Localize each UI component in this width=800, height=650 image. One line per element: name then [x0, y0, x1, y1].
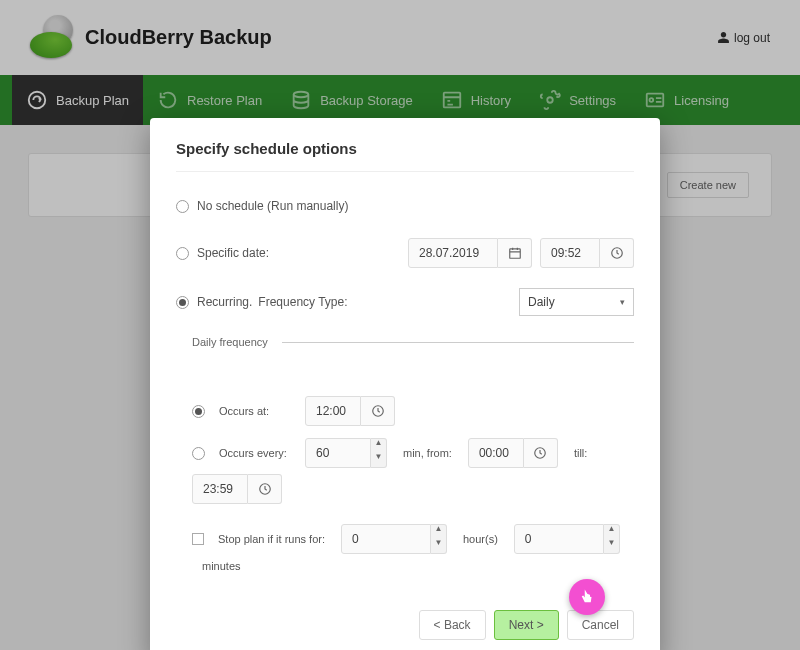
- min-from-label: min, from:: [393, 447, 462, 459]
- schedule-modal: Specify schedule options No schedule (Ru…: [150, 118, 660, 650]
- frequency-type-select[interactable]: Daily ▾: [519, 288, 634, 316]
- radio-occurs-at[interactable]: [192, 405, 205, 418]
- modal-title: Specify schedule options: [176, 140, 634, 172]
- clock-icon[interactable]: [248, 474, 282, 504]
- clock-icon[interactable]: [600, 238, 634, 268]
- daily-frequency-heading: Daily frequency: [192, 336, 268, 348]
- occurs-every-label: Occurs every:: [219, 447, 299, 459]
- minutes-unit: minutes: [192, 560, 251, 572]
- next-button[interactable]: Next >: [494, 610, 559, 640]
- recurring-label: Recurring.: [197, 295, 252, 309]
- radio-no-schedule[interactable]: [176, 200, 189, 213]
- clock-icon[interactable]: [361, 396, 395, 426]
- till-time-input[interactable]: 23:59: [192, 474, 248, 504]
- till-label: till:: [564, 447, 597, 459]
- cursor-pointer-icon: [569, 579, 605, 615]
- stop-hours-input[interactable]: 0: [341, 524, 431, 554]
- chevron-down-icon: ▾: [620, 297, 625, 307]
- occurs-at-label: Occurs at:: [219, 405, 299, 417]
- frequency-type-label: Frequency Type:: [258, 295, 347, 309]
- occurs-at-input[interactable]: 12:00: [305, 396, 361, 426]
- time-input[interactable]: 09:52: [540, 238, 600, 268]
- no-schedule-label: No schedule (Run manually): [197, 199, 348, 213]
- svg-rect-6: [509, 249, 520, 258]
- stop-plan-label: Stop plan if it runs for:: [218, 533, 325, 545]
- divider: [282, 342, 634, 343]
- from-time-input[interactable]: 00:00: [468, 438, 524, 468]
- stop-minutes-input[interactable]: 0: [514, 524, 604, 554]
- occurs-every-input[interactable]: 60: [305, 438, 371, 468]
- radio-specific-date[interactable]: [176, 247, 189, 260]
- cancel-button[interactable]: Cancel: [567, 610, 634, 640]
- stepper[interactable]: ▲▼: [431, 524, 447, 554]
- radio-recurring[interactable]: [176, 296, 189, 309]
- hours-unit: hour(s): [453, 533, 508, 545]
- stepper[interactable]: ▲▼: [371, 438, 387, 468]
- specific-date-label: Specific date:: [197, 246, 269, 260]
- date-input[interactable]: 28.07.2019: [408, 238, 498, 268]
- stepper[interactable]: ▲▼: [604, 524, 620, 554]
- clock-icon[interactable]: [524, 438, 558, 468]
- stop-plan-checkbox[interactable]: [192, 533, 204, 545]
- calendar-icon[interactable]: [498, 238, 532, 268]
- frequency-value: Daily: [528, 295, 555, 309]
- back-button[interactable]: < Back: [419, 610, 486, 640]
- radio-occurs-every[interactable]: [192, 447, 205, 460]
